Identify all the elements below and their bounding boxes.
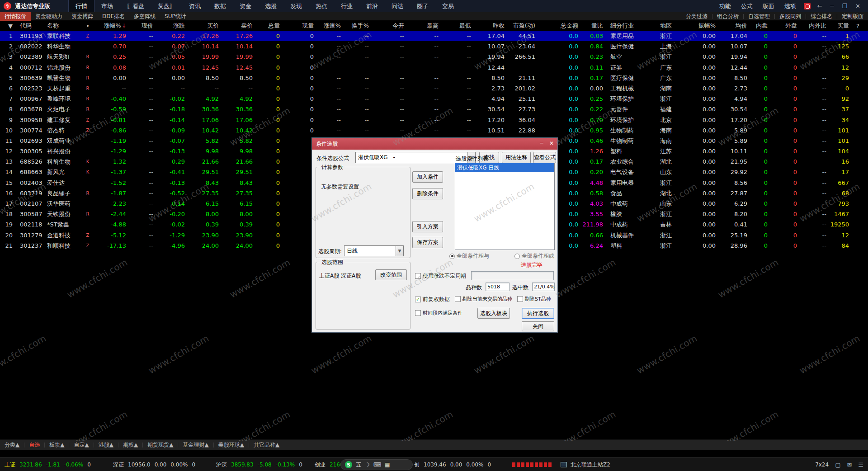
toolbar-button[interactable]: 综合排名 [806,12,837,21]
table-row[interactable]: 2002022科华生物0.70--0.0710.1410.1400-------… [0,41,868,52]
mail-icon[interactable]: ✉ [847,462,852,468]
column-header[interactable]: 昨收 [474,22,507,30]
column-header[interactable]: 总金额 [538,22,581,30]
menu-item[interactable]: 市场 [94,0,120,12]
input-method-panel[interactable]: S 五 ☽ ⌨ ▦ [340,459,413,470]
menu-item[interactable]: 复盘〗 [151,0,182,12]
checkbox-exclude-st[interactable]: 剔除ST品种 [517,296,551,302]
moon-icon[interactable]: ☽ [365,462,370,468]
table-row[interactable]: 3002389航天彩虹R0.25--0.0519.9919.9900------… [0,52,868,62]
column-header[interactable]: 买量 [829,22,852,30]
add-condition-button[interactable]: 加入条件 [412,171,443,183]
menu-icon[interactable]: ☰ [858,462,863,468]
index-quote[interactable]: 深证10956.00.000.00%0 [113,458,195,471]
column-header[interactable]: 现量 [283,22,316,30]
execute-selection-button[interactable]: 执行选股 [522,308,554,319]
menu-item[interactable]: 热点 [309,0,334,12]
index-quote[interactable]: 创1039.460.000.00%0 [414,458,491,471]
dialog-minimize-icon[interactable]: ─ [537,138,547,149]
select-into-block-button[interactable]: 选股入板块 [477,308,510,319]
condition-listbox[interactable]: 潜伏低吸XG 日线 [455,163,555,250]
bottom-tab[interactable]: 自选 [24,441,44,449]
menu-item[interactable]: 前沿 [359,0,385,12]
menu-item[interactable]: 资金 [233,0,258,12]
menu-item[interactable]: 选项 [779,0,801,12]
server-name[interactable]: 北京联通主站Z2 [571,458,610,471]
toolbar-button[interactable]: 自选管理 [744,12,774,21]
close-button[interactable]: 关闭 [522,321,554,331]
table-row[interactable]: 6002523天桥起重R----------00----------2.7320… [0,83,868,94]
column-header[interactable]: 最高 [407,22,441,30]
column-header[interactable]: 换手% [344,22,372,30]
column-header[interactable]: 内盘 [750,22,770,30]
column-header[interactable]: 最低 [441,22,474,30]
sogou-logo-icon[interactable]: S [345,461,352,468]
menu-item[interactable]: 资讯 [182,0,208,12]
promo-gift-icon[interactable] [804,3,811,9]
window-close-icon[interactable]: ✕ [851,0,864,12]
checkbox-exclude-untraded[interactable]: 剔除当前未交易的品种 [455,296,512,302]
column-header[interactable]: 地区 [656,22,694,30]
column-header[interactable]: ▼ [0,23,15,29]
subnav-tab[interactable]: SUP统计 [160,12,191,21]
bottom-tab[interactable]: 自定▲ [69,441,93,449]
menu-item[interactable]: 圈子 [410,0,435,12]
menu-item[interactable]: 公式 [736,0,758,12]
checkbox-icon[interactable] [415,273,421,279]
column-header[interactable]: 代码 [15,22,42,30]
subnav-tab[interactable]: 资金驱动力 [31,12,67,21]
import-plan-button[interactable]: 引入方案 [412,221,443,232]
table-row[interactable]: 8603678火炬电子R-0.59---0.1830.3630.3600----… [0,104,868,114]
usage-notes-button[interactable]: 用法注释 [502,152,531,163]
column-header[interactable]: 现价 [129,22,156,30]
column-header[interactable]: 涨速% [316,22,344,30]
checkbox-variable-period[interactable]: 使用涨跌不定周期 [415,272,466,280]
checkbox-icon[interactable] [415,310,421,316]
column-header[interactable]: 细分行业 [606,22,656,30]
column-header[interactable]: ? [852,23,868,29]
menu-item[interactable]: 问达 [385,0,410,12]
table-row[interactable]: 9300958建工修复Z-0.81---0.1417.0617.0600----… [0,115,868,125]
condition-list-item-selected[interactable]: 潜伏低吸XG 日线 [455,163,554,172]
table-row[interactable]: 4000712锦龙股份R0.08--0.0112.4512.4500------… [0,62,868,73]
table-row[interactable]: 7000967盈峰环境R-0.40---0.024.924.9200------… [0,94,868,104]
toolbar-button[interactable]: 分类过滤 [681,12,712,21]
dialog-close-icon[interactable]: ✕ [547,138,557,149]
subnav-tab[interactable]: 资金博弈 [67,12,98,21]
bottom-tab[interactable]: 期货现货▲ [143,441,178,449]
bottom-tab[interactable]: 其它品种▲ [249,441,284,449]
checkbox-timerange[interactable]: 时间段内满足条件 [415,310,462,316]
column-header[interactable]: 量比 [581,22,606,30]
menu-item[interactable]: 行业 [334,0,359,12]
menu-item[interactable]: 功能 [714,0,736,12]
menu-item[interactable]: 数据 [208,0,233,12]
grid-icon[interactable]: ▦ [385,462,390,468]
index-quote[interactable]: 沪深3859.83-5.08-0.13%0 [216,458,302,471]
subnav-tab[interactable]: DDE排名 [98,12,129,21]
checkbox-checked-icon[interactable]: ✓ [415,297,421,302]
menu-item[interactable]: 交易 [435,0,461,12]
column-header[interactable]: 振幅% [694,22,718,30]
variable-period-input[interactable] [471,271,554,280]
subnav-tab[interactable]: 多空阵线 [129,12,160,21]
column-header[interactable]: 总量 [255,22,283,30]
chevron-down-icon[interactable]: ▼ [396,246,403,256]
column-header[interactable]: 涨跌 [156,22,188,30]
table-row[interactable]: 10300774倍杰特Z-0.86---0.0910.4210.4200----… [0,125,868,136]
menu-item[interactable]: 选股 [258,0,283,12]
column-header[interactable]: 买价 [188,22,222,30]
period-combobox[interactable]: 日线 ▼ [344,245,404,256]
view-formula-button[interactable]: 查看公式 [533,152,556,163]
toolbar-button[interactable]: 组合分析 [712,12,743,21]
checkbox-forward-adjusted[interactable]: ✓ 前复权数据 [415,296,450,303]
bottom-tab[interactable]: 港股▲ [94,441,118,449]
menu-item[interactable]: 〖看盘 [120,0,151,12]
checkbox-icon[interactable] [517,296,523,302]
column-header[interactable]: 名称 [42,22,77,30]
radio-icon[interactable] [449,254,455,259]
column-header[interactable]: 今开 [372,22,407,30]
table-row[interactable]: 5300639凯普生物R0.00--0.008.508.5000--------… [0,73,868,83]
bottom-tab[interactable]: 基金理财▲ [178,441,213,449]
bottom-tab[interactable]: 分类▲ [0,441,24,449]
radio-icon[interactable] [514,254,520,259]
